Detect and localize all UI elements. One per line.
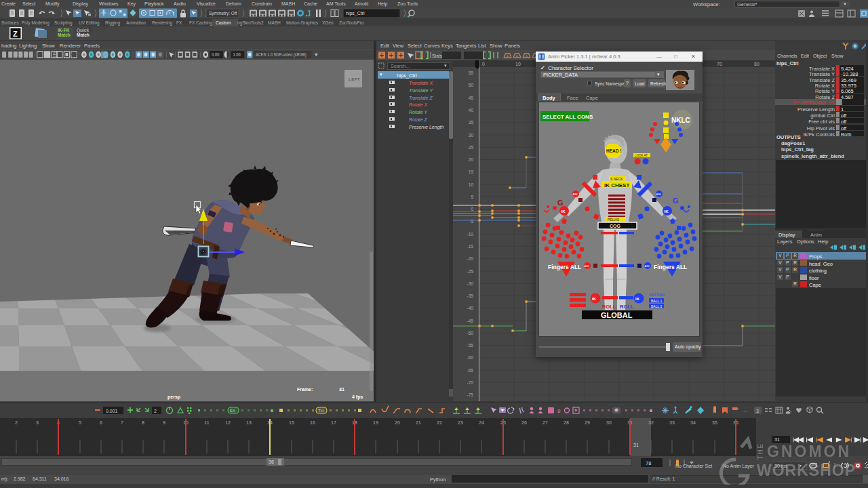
svg-text:-70: -70 xyxy=(467,380,474,385)
svg-text:ROLL: ROLL xyxy=(620,304,634,310)
svg-text:28: 28 xyxy=(564,420,569,425)
svg-text:...: ... xyxy=(743,407,748,413)
svg-text:AIM: AIM xyxy=(656,192,661,196)
svg-text:Frame:: Frame: xyxy=(297,387,313,392)
svg-text:5: 5 xyxy=(79,420,81,425)
svg-text:persp: persp xyxy=(167,394,180,400)
svg-text:7: 7 xyxy=(121,420,123,425)
svg-text:29: 29 xyxy=(585,420,590,425)
svg-text:Stats: Stats xyxy=(432,54,443,58)
svg-text:PELVIS: PELVIS xyxy=(608,218,620,222)
svg-text:-65: -65 xyxy=(467,368,474,373)
svg-text:S NECK: S NECK xyxy=(610,177,623,181)
svg-text:31: 31 xyxy=(339,387,344,392)
svg-text:22: 22 xyxy=(437,420,442,425)
svg-text:4 fps: 4 fps xyxy=(352,394,363,400)
svg-text:-20: -20 xyxy=(467,256,474,261)
svg-text:-25: -25 xyxy=(467,269,474,274)
svg-text:32: 32 xyxy=(648,420,654,425)
svg-text:33: 33 xyxy=(669,420,675,425)
svg-text:-55: -55 xyxy=(467,343,474,348)
svg-text:23: 23 xyxy=(458,420,463,425)
svg-text:11: 11 xyxy=(204,420,209,425)
svg-text:NKLC: NKLC xyxy=(671,117,690,124)
svg-text:8: 8 xyxy=(142,420,144,425)
svg-text:0.001: 0.001 xyxy=(106,409,118,413)
svg-text:AIM: AIM xyxy=(645,264,650,268)
svg-text:15: 15 xyxy=(289,420,294,425)
svg-text:-35: -35 xyxy=(467,293,474,298)
svg-text:19: 19 xyxy=(373,420,378,425)
svg-text:COG: COG xyxy=(610,224,621,228)
svg-text:-15: -15 xyxy=(467,244,474,249)
svg-text:Match: Match xyxy=(58,33,71,37)
svg-text:20: 20 xyxy=(395,420,400,425)
svg-text:-30: -30 xyxy=(467,281,474,286)
svg-text:WORKSHOP: WORKSHOP xyxy=(757,462,856,479)
svg-text:THE: THE xyxy=(757,443,764,460)
svg-text:SETTING: SETTING xyxy=(649,293,665,297)
svg-text:AIM: AIM xyxy=(573,192,578,196)
svg-text:25: 25 xyxy=(469,145,474,150)
svg-text:8: 8 xyxy=(557,408,561,414)
svg-text:9: 9 xyxy=(163,420,165,425)
svg-text:3: 3 xyxy=(36,420,39,425)
svg-text:A: A xyxy=(516,54,519,58)
svg-text:12: 12 xyxy=(225,420,231,425)
svg-text:40: 40 xyxy=(469,108,474,113)
svg-text:1.00: 1.00 xyxy=(233,52,241,58)
svg-text:hips_Ctrl: hips_Ctrl xyxy=(346,11,365,16)
svg-text:AIM: AIM xyxy=(585,264,589,268)
svg-text:IK: IK xyxy=(635,297,640,301)
svg-text:34: 34 xyxy=(690,420,696,425)
svg-text:30: 30 xyxy=(606,420,612,425)
svg-text:IK: IK xyxy=(592,297,597,301)
svg-text:-60: -60 xyxy=(467,355,474,360)
svg-text:2: 2 xyxy=(154,409,157,413)
svg-text:-40: -40 xyxy=(467,306,474,310)
svg-text:-75: -75 xyxy=(467,392,474,397)
svg-text:15: 15 xyxy=(469,169,474,174)
svg-text:G: G xyxy=(673,197,679,205)
svg-text:G: G xyxy=(557,199,564,207)
svg-text:45: 45 xyxy=(469,96,474,100)
svg-text:Z: Z xyxy=(13,30,18,38)
svg-text:20: 20 xyxy=(469,157,474,162)
svg-text:A: A xyxy=(526,54,528,58)
svg-text:EA: EA xyxy=(230,409,235,413)
svg-text:HEAD !: HEAD ! xyxy=(606,148,621,153)
svg-text:3: 3 xyxy=(756,409,759,413)
svg-text:LEFT: LEFT xyxy=(349,77,360,81)
svg-text:80: 80 xyxy=(754,62,760,66)
svg-text:26: 26 xyxy=(521,420,527,425)
svg-text:IK-FK: IK-FK xyxy=(58,28,70,33)
svg-text:-45: -45 xyxy=(467,319,474,323)
svg-text:35: 35 xyxy=(469,120,474,125)
svg-text:70: 70 xyxy=(717,62,722,66)
svg-text:Fingers ALL: Fingers ALL xyxy=(654,264,687,270)
svg-text:IK: IK xyxy=(561,209,566,214)
svg-text:GNOMON: GNOMON xyxy=(767,443,851,460)
svg-text:6: 6 xyxy=(100,420,102,425)
svg-text:Fingers ALL: Fingers ALL xyxy=(548,264,581,270)
svg-text:A: A xyxy=(507,54,509,58)
svg-text:10: 10 xyxy=(515,62,521,66)
svg-text:27: 27 xyxy=(542,420,548,425)
svg-text:GLOBAL: GLOBAL xyxy=(601,311,633,319)
svg-text:0: 0 xyxy=(471,207,473,211)
svg-text:13: 13 xyxy=(246,420,252,425)
svg-text:10: 10 xyxy=(469,182,474,187)
svg-text:TH: TH xyxy=(318,409,323,413)
svg-text:2: 2 xyxy=(15,420,18,425)
svg-text:16: 16 xyxy=(310,420,315,425)
svg-text:BALL 1: BALL 1 xyxy=(651,299,662,303)
svg-text:35: 35 xyxy=(712,420,717,425)
svg-text:55: 55 xyxy=(469,70,474,75)
svg-text:Match: Match xyxy=(77,33,90,37)
svg-text:24: 24 xyxy=(479,420,484,425)
svg-text:17: 17 xyxy=(331,420,336,425)
svg-text:BALL 2: BALL 2 xyxy=(651,304,662,308)
svg-text:21: 21 xyxy=(416,420,421,425)
svg-text:SELECT ALL CONS: SELECT ALL CONS xyxy=(542,114,593,120)
svg-text:ROLL: ROLL xyxy=(602,304,616,310)
